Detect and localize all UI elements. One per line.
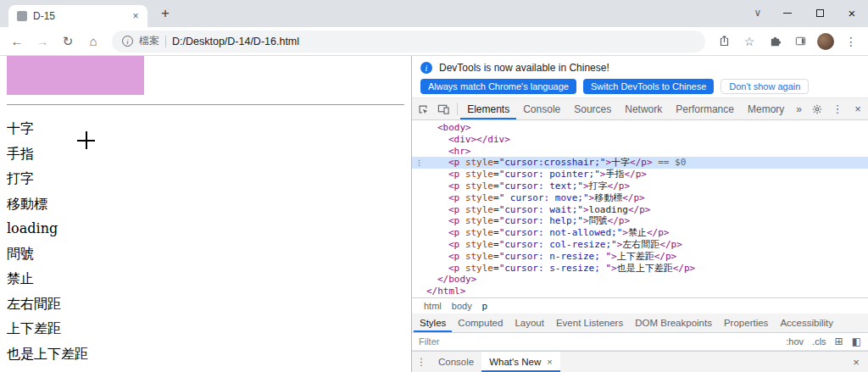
page-horizontal-rule: [7, 104, 404, 105]
infobar-button-always-match-chrome-s-language[interactable]: Always match Chrome's language: [420, 79, 576, 94]
infobar-button-don-t-show-again[interactable]: Don't show again: [721, 79, 809, 94]
page-viewport: 十字手指打字移動標loading問號禁止左右間距上下差距也是上下差距: [0, 56, 411, 372]
page-text-禁止: 禁止: [7, 271, 88, 286]
dom-tree-node[interactable]: <div></div>: [412, 134, 868, 146]
styles-filter-bar: :hov.cls ⊞ ◧: [412, 333, 868, 351]
elements-tree: <body><div></div><hr>⋮<p style="cursor:c…: [412, 120, 868, 297]
address-bar[interactable]: i 檔案 D:/Desktop/D-14/D-16.html: [112, 31, 705, 53]
page-text-也是上下差距: 也是上下差距: [7, 347, 88, 362]
window-close-button[interactable]: ×: [836, 0, 868, 25]
page-info-icon[interactable]: i: [122, 36, 133, 47]
tab-search-chevron-icon[interactable]: ∨: [744, 0, 771, 25]
tab-title: D-15: [33, 10, 123, 22]
toggle-hov[interactable]: :hov: [786, 336, 804, 347]
breadcrumb-body[interactable]: body: [447, 301, 477, 311]
tab-strip: D-15 × + ∨ ×: [0, 0, 868, 27]
drawer-close-icon[interactable]: ×: [844, 352, 868, 372]
home-icon[interactable]: ⌂: [81, 30, 105, 53]
page-text-左右間距: 左右間距: [7, 297, 88, 312]
dom-tree-node[interactable]: <p style="cursor: col-resize;">左右間距</p>: [412, 239, 868, 251]
back-icon[interactable]: ←: [5, 30, 29, 53]
devtools-tab-memory[interactable]: Memory: [741, 98, 791, 119]
infobar-button-switch-devtools-to-chinese[interactable]: Switch DevTools to Chinese: [583, 79, 714, 94]
drawer-tabs: ConsoleWhat's New×: [431, 352, 560, 372]
side-panel-icon[interactable]: [788, 30, 812, 53]
devtools-tab-elements[interactable]: Elements: [460, 98, 516, 119]
dom-tree-node[interactable]: <hr>: [412, 146, 868, 158]
styles-tab-layout[interactable]: Layout: [509, 314, 550, 332]
styles-tab-properties[interactable]: Properties: [718, 314, 774, 332]
styles-tab-styles[interactable]: Styles: [414, 314, 452, 332]
more-tabs-icon[interactable]: »: [791, 98, 807, 119]
device-toolbar-icon[interactable]: [433, 98, 454, 119]
devtools-menu-icon[interactable]: ⋮: [827, 98, 848, 119]
dom-tree-node[interactable]: <p style="cursor: wait;">loading</p>: [412, 204, 868, 216]
dom-tree-node[interactable]: <p style="cursor: text;">打字</p>: [412, 180, 868, 192]
page-text-打字: 打字: [7, 171, 88, 186]
share-icon[interactable]: [712, 30, 736, 53]
element-states-grid-icon[interactable]: ⊞: [835, 336, 843, 347]
crosshair-cursor-icon: [77, 131, 95, 149]
devtools-infobar: i DevTools is now available in Chinese!: [412, 56, 868, 76]
devtools-tabbar: ElementsConsoleSourcesNetworkPerformance…: [412, 98, 868, 120]
styles-tab-computed[interactable]: Computed: [452, 314, 509, 332]
styles-tab-dom-breakpoints[interactable]: DOM Breakpoints: [629, 314, 718, 332]
window-minimize-button[interactable]: [771, 0, 804, 25]
forward-icon[interactable]: →: [31, 30, 54, 53]
browser-menu-icon[interactable]: ⋮: [839, 30, 863, 53]
reload-icon[interactable]: ↻: [56, 30, 80, 53]
devtools-tab-performance[interactable]: Performance: [669, 98, 741, 119]
page-text-十字: 十字: [7, 121, 88, 136]
browser-window: D-15 × + ∨ × ← → ↻ ⌂ i 檔案 D:/Desktop/D-1…: [0, 0, 868, 372]
omnibox-separator: [165, 36, 166, 47]
dock-panel-icon[interactable]: ◧: [852, 336, 861, 347]
profile-avatar[interactable]: [817, 33, 834, 50]
page-text-上下差距: 上下差距: [7, 321, 88, 336]
dom-tree-node[interactable]: <p style="cursor: n-resize; ">上下差距</p>: [412, 251, 868, 263]
devtools-tab-network[interactable]: Network: [618, 98, 669, 119]
inspect-element-icon[interactable]: [412, 98, 433, 119]
devtools-tab-sources[interactable]: Sources: [567, 98, 618, 119]
devtools-drawer: ⋮ ConsoleWhat's New× ×: [412, 351, 868, 372]
extensions-icon[interactable]: [763, 30, 787, 53]
url-text: D:/Desktop/D-14/D-16.html: [172, 36, 299, 47]
dom-tree-node[interactable]: </html>: [412, 286, 868, 297]
dom-tree-node[interactable]: <body>: [412, 122, 868, 134]
tab-close-icon[interactable]: ×: [129, 9, 142, 23]
styles-tab-event-listeners[interactable]: Event Listeners: [550, 314, 629, 332]
dom-tree-node[interactable]: <p style="cursor: not-allowed;">禁止</p>: [412, 227, 868, 239]
page-text-移動標: 移動標: [7, 197, 88, 212]
new-tab-button[interactable]: +: [154, 3, 176, 25]
drawer-tab-label: Console: [438, 357, 474, 367]
dom-tree-node[interactable]: <p style="cursor: help;">問號</p>: [412, 215, 868, 227]
settings-gear-icon[interactable]: [807, 98, 827, 119]
dom-tree-node[interactable]: <p style="cursor: pointer;">手指</p>: [412, 169, 868, 180]
styles-filter-input[interactable]: [419, 336, 777, 347]
devtools-panel-tabs: ElementsConsoleSourcesNetworkPerformance…: [460, 98, 791, 119]
window-maximize-button[interactable]: [804, 0, 836, 25]
dom-tree-node[interactable]: <p style=" cursor: move;">移動標</p>: [412, 192, 868, 204]
bookmark-star-icon[interactable]: ☆: [737, 30, 761, 53]
drawer-tab-what-s-new[interactable]: What's New×: [481, 352, 559, 372]
devtools-panel: i DevTools is now available in Chinese! …: [411, 56, 868, 372]
breadcrumb-html[interactable]: html: [419, 301, 447, 311]
page-text-手指: 手指: [7, 147, 88, 162]
browser-toolbar: ← → ↻ ⌂ i 檔案 D:/Desktop/D-14/D-16.html ☆: [0, 27, 868, 56]
devtools-tabbar-right: ⋮ ×: [807, 98, 868, 119]
drawer-menu-icon[interactable]: ⋮: [412, 352, 431, 372]
dom-tree-node[interactable]: <p style="cursor: s-resize; ">也是上下差距</p>: [412, 263, 868, 275]
dom-tree-node[interactable]: ⋮<p style="cursor:crosshair;">十字</p> == …: [412, 157, 868, 169]
devtools-close-icon[interactable]: ×: [848, 98, 868, 119]
styles-tab-accessibility[interactable]: Accessibility: [774, 314, 839, 332]
maximize-icon: [816, 9, 824, 17]
node-overflow-icon[interactable]: ⋮: [415, 158, 423, 168]
toggle-cls[interactable]: .cls: [812, 336, 826, 347]
drawer-tab-close-icon[interactable]: ×: [547, 357, 552, 367]
drawer-tab-console[interactable]: Console: [431, 352, 481, 372]
devtools-tab-console[interactable]: Console: [516, 98, 567, 119]
window-controls: ∨ ×: [744, 0, 868, 25]
dom-tree-node[interactable]: </body>: [412, 274, 868, 286]
infobar-actions: Always match Chrome's languageSwitch Dev…: [412, 76, 868, 98]
browser-tab[interactable]: D-15 ×: [8, 5, 147, 27]
breadcrumb-p[interactable]: p: [477, 301, 492, 311]
